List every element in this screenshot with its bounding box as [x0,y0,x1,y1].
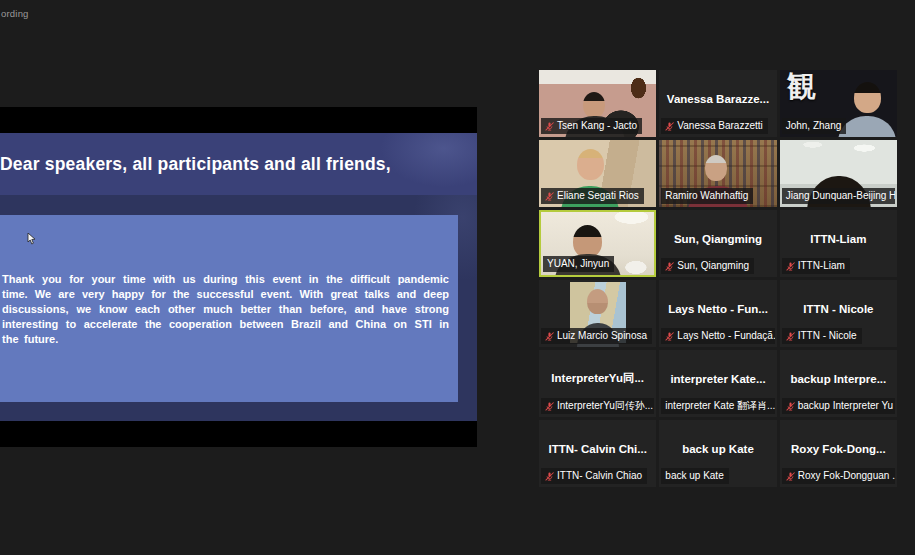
participant-tile-interpreteryu[interactable]: InterpreterYu同...InterpreterYu同传孙... [539,350,656,417]
participant-name-text: ITTN- Calvin Chiao [557,470,642,482]
participant-name-label: Eliane Segati Rios [541,188,644,204]
participant-name-label: Tsen Kang - Jacto [541,118,642,134]
participant-name-text: InterpreterYu同传孙... [557,400,653,412]
muted-mic-icon [545,191,554,202]
muted-mic-icon [545,471,554,482]
participant-name-text: ITTN - Nicole [798,330,857,342]
participant-name-text: Ramiro Wahrhaftig [665,190,748,202]
participant-name-text: Vanessa Barazzetti [677,120,762,132]
participant-tile-interpreter-kate[interactable]: interpreter Kate...interpreter Kate 翻译肖.… [659,350,776,417]
slide-text-box: Thank you for your time with us during t… [0,215,458,402]
calligraphy-art: 観 [787,71,816,102]
participant-name-label: Vanessa Barazzetti [661,118,767,134]
mouse-cursor-icon [26,233,36,245]
participant-tile-eliane-segati-rios[interactable]: Eliane Segati Rios [539,140,656,207]
participant-name-text: Tsen Kang - Jacto [557,120,637,132]
participant-name-label: interpreter Kate 翻译肖... [661,398,774,414]
participant-tile-back-up-kate[interactable]: back up Kateback up Kate [659,420,776,487]
participant-name-text: ITTN-Liam [798,260,845,272]
participant-name-text: back up Kate [665,470,723,482]
participant-tile-vanessa-barazzetti[interactable]: Vanessa Barazze...Vanessa Barazzetti [659,70,776,137]
muted-mic-icon [665,261,674,272]
participant-name-label: InterpreterYu同传孙... [541,398,654,414]
recording-indicator: ording [1,8,29,19]
participant-tile-luiz-marcio-spinosa[interactable]: Luiz Marcio Spinosa [539,280,656,347]
participant-name-text: Sun, Qiangming [677,260,749,272]
participant-name-label: ITTN- Calvin Chiao [541,468,647,484]
participant-name-text: Eliane Segati Rios [557,190,639,202]
participants-grid: Tsen Kang - JactoVanessa Barazze...Vanes… [539,70,897,487]
participant-name-text: Jiang Dunquan-Beijing H... [786,190,895,202]
slide-body-text: Thank you for your time with us during t… [2,272,449,347]
participant-tile-ittn-liam[interactable]: ITTN-LiamITTN-Liam [780,210,897,277]
participant-tile-backup-interpreter-yu[interactable]: backup Interpre...backup Interpreter Yu [780,350,897,417]
participant-name-label: Roxy Fok-Dongguan ... [782,468,895,484]
participant-name-text: Luiz Marcio Spinosa [557,330,647,342]
participant-tile-ittn-calvin-chiao[interactable]: ITTN- Calvin Chi...ITTN- Calvin Chiao [539,420,656,487]
participant-tile-jiang-dunquan-beijing-h[interactable]: Jiang Dunquan-Beijing H... [780,140,897,207]
participant-name-label: Ramiro Wahrhaftig [661,188,753,204]
muted-mic-icon [786,401,795,412]
participant-name-text: Lays Netto - Fundaçã... [677,330,774,342]
participant-name-label: John, Zhang [782,118,847,134]
participant-name-label: Sun, Qiangming [661,258,754,274]
participant-name-label: Lays Netto - Fundaçã... [661,328,774,344]
muted-mic-icon [545,121,554,132]
slide-title: Dear speakers, all participants and all … [0,154,391,175]
muted-mic-icon [786,471,795,482]
participant-name-text: backup Interpreter Yu [798,400,893,412]
participant-tile-ittn-nicole[interactable]: ITTN - NicoleITTN - Nicole [780,280,897,347]
participant-name-text: YUAN, Jinyun [547,258,609,270]
participant-name-label: Luiz Marcio Spinosa [541,328,652,344]
participant-name-label: backup Interpreter Yu [782,398,895,414]
participant-name-text: interpreter Kate 翻译肖... [665,400,774,412]
muted-mic-icon [665,331,674,342]
participant-tile-ramiro-wahrhaftig[interactable]: Ramiro Wahrhaftig [659,140,776,207]
participant-tile-yuan-jinyun[interactable]: YUAN, Jinyun [539,210,656,277]
slide-background: Thank you for your time with us during t… [0,195,477,421]
participant-name-label: ITTN - Nicole [782,328,862,344]
muted-mic-icon [545,401,554,412]
participant-tile-roxy-fok-dongguan[interactable]: Roxy Fok-Dong...Roxy Fok-Dongguan ... [780,420,897,487]
participant-tile-john-zhang[interactable]: 観John, Zhang [780,70,897,137]
participant-name-label: ITTN-Liam [782,258,850,274]
participant-tile-sun-qiangming[interactable]: Sun, QiangmingSun, Qiangming [659,210,776,277]
participant-name-text: Roxy Fok-Dongguan ... [798,470,895,482]
participant-name-label: Jiang Dunquan-Beijing H... [782,188,895,204]
participant-tile-tsen-kang-jacto[interactable]: Tsen Kang - Jacto [539,70,656,137]
muted-mic-icon [545,331,554,342]
slide-title-band: Dear speakers, all participants and all … [0,133,477,195]
participant-name-text: John, Zhang [786,120,842,132]
participant-name-label: YUAN, Jinyun [543,256,614,272]
muted-mic-icon [665,121,674,132]
muted-mic-icon [786,331,795,342]
participant-tile-lays-netto-funda[interactable]: Lays Netto - Fun...Lays Netto - Fundaçã.… [659,280,776,347]
participant-name-label: back up Kate [661,468,728,484]
screen-share-area: Thank you for your time with us during t… [0,107,477,447]
muted-mic-icon [786,261,795,272]
